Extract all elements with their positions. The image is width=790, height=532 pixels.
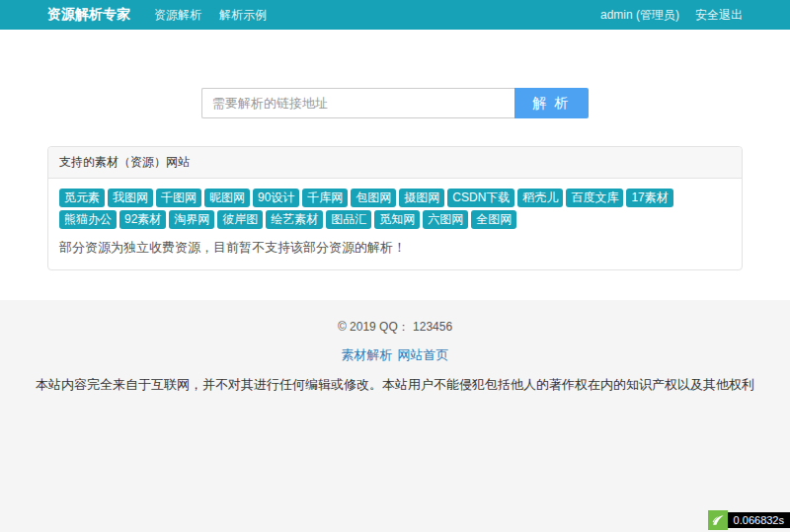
- site-badge: 熊猫办公: [59, 210, 117, 229]
- supported-sites-panel-body: 觅元素 我图网 千图网 昵图网 90设计 千库网 包图网 摄图网 CSDN下载: [48, 179, 742, 269]
- site-badge: 90设计: [253, 189, 299, 207]
- disclaimer-text: 本站内容完全来自于互联网，并不对其进行任何编辑或修改。本站用户不能侵犯包括他人的…: [0, 376, 790, 394]
- site-badge: 昵图网: [204, 189, 250, 207]
- navbar: 资源解析专家 资源解析 解析示例 admin (管理员) 安全退出: [0, 0, 790, 30]
- parse-url-input[interactable]: [201, 88, 514, 118]
- debug-toolbar: 0.066832s: [708, 510, 790, 530]
- page-load-time: 0.066832s: [728, 512, 790, 528]
- leaf-swoosh-icon: [710, 512, 726, 528]
- nav-item-resource-parse[interactable]: 资源解析: [154, 7, 201, 24]
- site-badge: 彼岸图: [217, 210, 263, 229]
- brand-title[interactable]: 资源解析专家: [47, 6, 130, 24]
- site-badge: 包图网: [351, 189, 396, 207]
- parse-button[interactable]: 解 析: [514, 88, 589, 118]
- copyright-text: © 2019 QQ： 123456: [0, 319, 790, 336]
- site-badge: 我图网: [108, 189, 153, 207]
- site-badge: 17素材: [626, 189, 672, 207]
- nav-item-admin-account[interactable]: admin (管理员): [600, 7, 679, 24]
- nav-item-logout[interactable]: 安全退出: [695, 7, 743, 24]
- site-badge: 绘艺素材: [266, 210, 323, 229]
- site-badge: 觅知网: [374, 210, 420, 229]
- site-badge: 全图网: [471, 210, 516, 229]
- site-badge: 淘界网: [169, 210, 214, 229]
- supported-sites-badge-list: 觅元素 我图网 千图网 昵图网 90设计 千库网 包图网 摄图网 CSDN下载: [59, 189, 731, 229]
- site-badge: 92素材: [119, 210, 166, 229]
- panel-note-text: 部分资源为独立收费资源，目前暂不支持该部分资源的解析！: [59, 239, 731, 257]
- parse-form: 解 析: [0, 88, 790, 118]
- footer-link-material-parse[interactable]: 素材解析: [342, 346, 393, 364]
- navbar-menu: 资源解析 解析示例: [154, 7, 267, 24]
- site-badge: 百度文库: [566, 189, 623, 207]
- site-badge: 摄图网: [399, 189, 444, 207]
- footer-link-home[interactable]: 网站首页: [398, 346, 449, 364]
- navbar-right: admin (管理员) 安全退出: [600, 7, 743, 24]
- site-badge: 觅元素: [59, 189, 105, 207]
- parse-input-group: 解 析: [201, 88, 589, 118]
- site-badge: 六图网: [423, 210, 468, 229]
- site-badge: CSDN下载: [447, 189, 514, 207]
- footer-links: 素材解析 网站首页: [0, 346, 790, 364]
- footer: © 2019 QQ： 123456 素材解析 网站首页 本站内容完全来自于互联网…: [0, 300, 790, 532]
- supported-sites-panel: 支持的素材（资源）网站 觅元素 我图网 千图网 昵图网 90设计 千库网 包图网: [47, 146, 743, 270]
- main-content: 解 析 支持的素材（资源）网站 觅元素 我图网 千图网 昵图网 90设计 千库网: [0, 30, 790, 270]
- site-badge: 图品汇: [326, 210, 371, 229]
- supported-sites-panel-title: 支持的素材（资源）网站: [48, 147, 742, 179]
- site-badge: 稻壳儿: [517, 189, 563, 207]
- site-badge: 千图网: [156, 189, 201, 207]
- nav-item-parse-example[interactable]: 解析示例: [219, 7, 267, 24]
- site-badge: 千库网: [302, 189, 348, 207]
- thinkphp-trace-icon[interactable]: [708, 510, 728, 530]
